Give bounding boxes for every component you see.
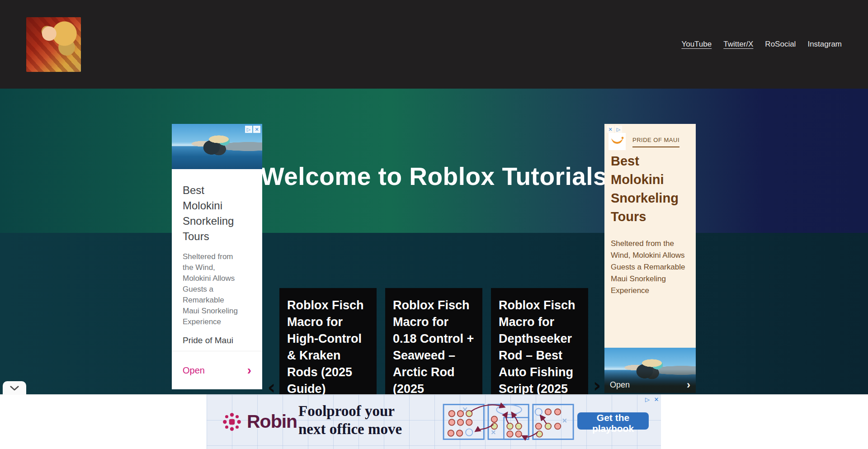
advertiser-brand-row: PRIDE OF MAUI — [609, 133, 679, 150]
hero-gradient-band — [0, 89, 868, 233]
playbook-diagram — [442, 400, 577, 444]
robin-logo: Robin — [222, 411, 297, 432]
close-ad-icon[interactable]: ✕ — [607, 126, 614, 133]
ad-photo-snorkeling: ▷ ✕ — [172, 124, 262, 169]
close-ad-icon[interactable]: ✕ — [653, 396, 660, 403]
article-title[interactable]: Roblox Fisch Macro for High-Control & Kr… — [287, 297, 369, 397]
robin-banner-ad[interactable]: Robin Foolproof your next office move — [207, 395, 661, 449]
ad-open-label[interactable]: Open — [183, 365, 205, 376]
chevron-down-icon — [9, 386, 19, 391]
chevron-right-icon: › — [687, 379, 690, 390]
banner-headline: Foolproof your next office move — [298, 402, 402, 438]
carousel-next-button[interactable]: › — [593, 376, 601, 395]
ad-body-text: Sheltered from the Wind, Molokini Allows… — [611, 238, 691, 297]
ad-advertiser-name: Pride of Maui — [183, 336, 251, 345]
site-logo-image[interactable] — [26, 17, 81, 72]
page-title: Welcome to Roblox Tutorials — [0, 162, 868, 191]
bottom-ad-strip: Robin Foolproof your next office move — [0, 394, 868, 449]
nav-link-twitter-x[interactable]: Twitter/X — [723, 40, 753, 49]
nav-link-youtube[interactable]: YouTube — [681, 40, 712, 49]
article-title[interactable]: Roblox Fisch Macro for Depthseeker Rod –… — [499, 297, 580, 397]
ad-headline: Best Molokini Snorkeling Tours — [611, 152, 690, 226]
ad-open-button[interactable]: Open › — [172, 351, 262, 389]
collapse-ad-button[interactable] — [3, 381, 26, 395]
site-header: YouTube Twitter/X RoSocial Instagram — [0, 0, 868, 89]
pride-of-maui-logo-icon — [609, 133, 626, 150]
page: YouTube Twitter/X RoSocial Instagram Wel… — [0, 0, 868, 449]
robin-dots-icon — [222, 411, 242, 432]
left-display-ad[interactable]: ▷ ✕ Best Molokini Snorkeling Tours Shelt… — [172, 124, 262, 389]
close-ad-icon[interactable]: ✕ — [253, 126, 260, 133]
nav-link-rosocial[interactable]: RoSocial — [765, 40, 796, 49]
ad-open-button[interactable]: Open › — [604, 377, 696, 393]
ad-body-text: Sheltered from the Wind, Molokini Allows… — [183, 251, 242, 327]
advertiser-brand-name: PRIDE OF MAUI — [632, 137, 679, 147]
ad-headline: Best Molokini Snorkeling Tours — [183, 183, 246, 244]
main-nav: YouTube Twitter/X RoSocial Instagram — [681, 40, 842, 49]
adchoices-icon[interactable]: ▷ — [644, 396, 651, 403]
adchoices-icon[interactable]: ▷ — [615, 126, 622, 133]
ad-open-label[interactable]: Open — [610, 380, 630, 390]
nav-link-instagram[interactable]: Instagram — [807, 40, 842, 49]
robin-wordmark: Robin — [247, 411, 297, 432]
chevron-right-icon: › — [247, 364, 251, 377]
adchoices-icon[interactable]: ▷ — [245, 126, 252, 133]
article-title[interactable]: Roblox Fisch Macro for 0.18 Control + Se… — [393, 297, 475, 397]
right-display-ad[interactable]: ✕ ▷ PRIDE OF MAUI Best Molokini Snorkeli… — [604, 124, 696, 393]
get-playbook-button[interactable]: Get the playbook — [577, 412, 649, 430]
